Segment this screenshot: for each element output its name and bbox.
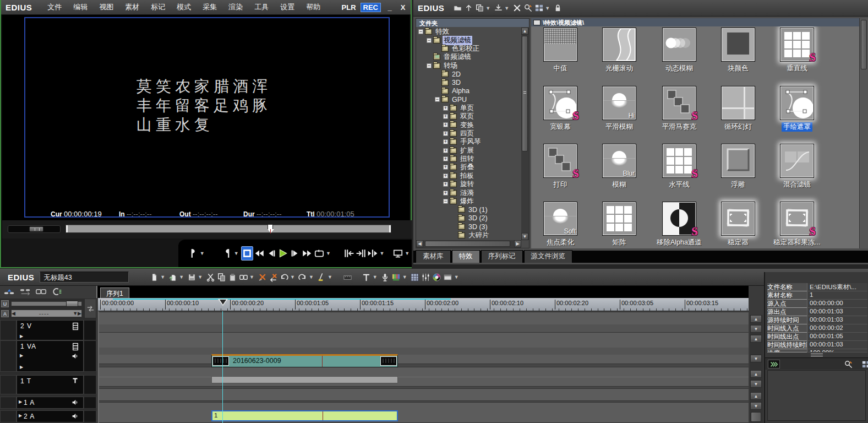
expand-box-icon[interactable]: + xyxy=(443,165,448,170)
tab-序列标记[interactable]: 序列标记 xyxy=(481,250,523,263)
expand-arrow-icon[interactable]: ▶ xyxy=(19,399,22,404)
goto-out-icon[interactable] xyxy=(355,246,367,261)
tree-item-2D[interactable]: 2D xyxy=(416,70,521,78)
track-header-1t[interactable]: 1 T xyxy=(0,375,96,394)
fast-forward-icon[interactable] xyxy=(301,246,313,261)
effect-块颜色[interactable]: 块颜色 xyxy=(711,28,766,73)
chevron-down-icon[interactable]: ▼ xyxy=(379,251,384,256)
stop-icon[interactable] xyxy=(241,246,253,261)
tree-vertical-scrollbar[interactable]: ▲ ▼ xyxy=(521,28,529,240)
effect-宽银幕[interactable]: S宽银幕 xyxy=(533,86,588,132)
speaker-icon[interactable] xyxy=(72,399,79,408)
tree-scroll-thumb[interactable] xyxy=(522,36,528,151)
new-sequence-icon[interactable] xyxy=(149,272,160,282)
play-around-cursor-icon[interactable] xyxy=(367,246,379,261)
tree-item-3D (3)[interactable]: 3D (3) xyxy=(416,223,521,231)
expand-box-icon[interactable]: + xyxy=(443,122,448,127)
menu-标记[interactable]: 标记 xyxy=(151,3,165,11)
tree-item-大碎片[interactable]: 大碎片 xyxy=(416,231,521,239)
expand-box-icon[interactable]: + xyxy=(443,173,448,178)
effects-scroll-thumb[interactable] xyxy=(861,20,867,69)
lane-2v[interactable] xyxy=(99,312,749,332)
effect-手绘遮罩[interactable]: 手绘遮罩 xyxy=(769,86,825,132)
expand-box-icon[interactable]: + xyxy=(443,191,448,196)
expand-box-icon[interactable]: + xyxy=(443,156,448,161)
track-height-slider[interactable] xyxy=(11,301,82,306)
timeline-playhead-line[interactable] xyxy=(222,311,223,423)
tree-item-Alpha[interactable]: Alpha xyxy=(416,87,521,95)
effects-vertical-scrollbar[interactable] xyxy=(859,18,868,248)
lane-1va[interactable] xyxy=(99,332,749,364)
redo-icon[interactable] xyxy=(297,272,308,282)
lane-1t[interactable] xyxy=(99,367,749,387)
tree-item-3D (2)[interactable]: 3D (2) xyxy=(416,214,521,223)
tree-item-3D[interactable]: 3D xyxy=(416,78,521,86)
scroll-right-icon[interactable]: ▶ xyxy=(514,240,521,247)
layout-icon[interactable] xyxy=(443,272,454,282)
tree-item-GPU[interactable]: −GPU xyxy=(416,95,521,104)
folder-icon[interactable] xyxy=(452,3,463,13)
scroll-down-icon[interactable]: ▼ xyxy=(750,325,762,333)
tree-item-特效[interactable]: −特效 xyxy=(416,28,521,36)
tree-item-扩展[interactable]: +扩展 xyxy=(416,146,521,154)
tree-hscroll-thumb[interactable] xyxy=(425,241,510,247)
audio-clip[interactable]: 1 xyxy=(211,410,398,421)
tab-源文件浏览[interactable]: 源文件浏览 xyxy=(524,250,573,263)
tree-item-扭转[interactable]: +扭转 xyxy=(416,155,521,163)
effect-稳定器和果冻...[interactable]: S稳定器和果冻... xyxy=(769,202,825,247)
track-header-2v[interactable]: 2 V▶ xyxy=(0,320,96,340)
effect-水平线[interactable]: S水平线 xyxy=(652,144,707,189)
menu-渲染[interactable]: 渲染 xyxy=(228,3,243,11)
tree-item-手风琴[interactable]: +手风琴 xyxy=(416,138,521,146)
lane-2a[interactable] xyxy=(99,402,749,423)
splitter-grip[interactable] xyxy=(811,354,823,356)
tree-item-变换[interactable]: +变换 xyxy=(416,121,521,129)
expand-box-icon[interactable]: + xyxy=(443,148,448,153)
expand-arrow-icon[interactable]: ▶ xyxy=(20,334,23,339)
import-icon[interactable] xyxy=(493,3,504,13)
export-icon[interactable] xyxy=(392,246,404,261)
menu-模式[interactable]: 模式 xyxy=(177,3,191,11)
chevron-down-icon[interactable]: ▼ xyxy=(290,274,295,280)
scroll-up-icon[interactable]: ▲ xyxy=(750,335,762,343)
effect-中值[interactable]: 中值 xyxy=(533,28,588,73)
menu-采集[interactable]: 采集 xyxy=(203,3,217,11)
chevron-down-icon[interactable]: ▼ xyxy=(179,274,184,280)
effect-稳定器[interactable]: 稳定器 xyxy=(711,202,766,247)
slider-handle[interactable] xyxy=(66,301,78,307)
effect-模糊[interactable]: Blur模糊 xyxy=(592,144,647,189)
tree-item-音频滤镜[interactable]: 音频滤镜 xyxy=(416,53,521,61)
voiceover-mic-icon[interactable] xyxy=(380,272,391,282)
play-icon[interactable] xyxy=(277,246,289,261)
effect-光栅滚动[interactable]: 光栅滚动 xyxy=(592,28,647,73)
open-project-icon[interactable] xyxy=(167,272,178,282)
effect-焦点柔化[interactable]: Soft焦点柔化 xyxy=(533,202,588,247)
tree-item-折叠[interactable]: +折叠 xyxy=(416,163,521,171)
track-select-strip[interactable] xyxy=(0,410,17,422)
tree-item-3D (1)[interactable]: 3D (1) xyxy=(416,205,521,214)
expand-box-icon[interactable]: − xyxy=(418,29,423,34)
undo-icon[interactable] xyxy=(279,272,290,282)
left-arrow-icon[interactable]: ◀ xyxy=(12,311,15,316)
duplicate-icon[interactable] xyxy=(474,3,485,13)
expand-box-icon[interactable]: − xyxy=(427,63,432,68)
tree-item-双页[interactable]: +双页 xyxy=(416,112,521,121)
menu-编辑[interactable]: 编辑 xyxy=(73,3,88,11)
video-track-icon[interactable] xyxy=(72,322,79,332)
next-frame-icon[interactable] xyxy=(289,246,301,261)
chevron-down-icon[interactable]: ▼ xyxy=(402,274,407,280)
tree-item-单页[interactable]: +单页 xyxy=(416,104,521,112)
track-select-strip[interactable] xyxy=(0,340,17,372)
colorbars-icon[interactable] xyxy=(391,272,402,282)
scroll-up-icon[interactable]: ▲ xyxy=(750,370,762,378)
position-bar[interactable] xyxy=(65,225,391,233)
chevron-down-icon[interactable]: ▼ xyxy=(485,6,490,11)
delete-icon[interactable] xyxy=(256,272,268,282)
chevron-down-icon[interactable]: ▼ xyxy=(504,6,509,11)
chevron-down-icon[interactable]: ▼ xyxy=(326,251,331,256)
tree-item-旋转[interactable]: +旋转 xyxy=(416,180,521,188)
minimize-button[interactable]: _ xyxy=(385,3,394,12)
replace-clip-icon[interactable] xyxy=(238,272,249,282)
track-header-1va[interactable]: 1 VA▶▶ xyxy=(0,340,96,372)
pattern-grid-icon[interactable] xyxy=(410,272,421,282)
